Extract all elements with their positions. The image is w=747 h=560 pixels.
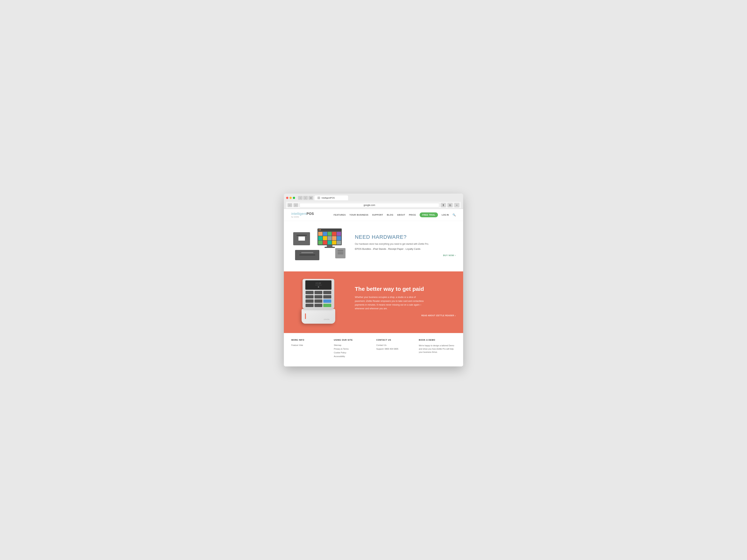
browser-chrome: ‹ › ⊡ IntelligentPOS ‹ › ⬆ ⧉ + (284, 193, 463, 209)
forward-btn-2[interactable]: › (293, 203, 298, 207)
hardware-description: Our hardware store has everything you ne… (355, 242, 456, 246)
nav-blog[interactable]: BLOG (387, 214, 393, 216)
reader-keypad-unit: £ 0.00 contactless ◉ (303, 279, 334, 309)
monitor-device (317, 229, 342, 247)
buy-now-link[interactable]: BUY NOW › (443, 254, 456, 257)
minimize-button[interactable] (289, 197, 292, 199)
duplicate-button[interactable]: ⧉ (447, 203, 453, 207)
reader-title: The better way to get paid (355, 286, 456, 292)
footer-support-number: Support: 0800 404 5805 (376, 348, 413, 350)
footer-contact: CONTACT US Contact Us Support: 0800 404 … (376, 339, 413, 359)
nav-buttons: ‹ › ⊡ (298, 196, 313, 200)
reader-content: The better way to get paid Whether your … (355, 286, 456, 317)
nav-features[interactable]: FEATURES (334, 214, 346, 216)
footer-contact-us[interactable]: Contact Us (376, 344, 413, 346)
browser-window: ‹ › ⊡ IntelligentPOS ‹ › ⬆ ⧉ + (284, 193, 463, 367)
tab-favicon (317, 196, 320, 199)
logo[interactable]: intelligentPOS by iZettle (291, 212, 314, 218)
window-controls (286, 197, 295, 199)
hardware-devices-illustration (293, 229, 345, 262)
address-bar[interactable] (300, 203, 439, 207)
hardware-title: NEED HARDWARE? (355, 234, 456, 240)
izettle-reader-illustration: iZettle £ 0.00 contactless ◉ (300, 279, 339, 324)
footer-grid: MORE INFO Feature Vote USING OUR SITE Si… (291, 339, 456, 359)
logo-intelligent: intelligent (291, 212, 307, 216)
read-more-chevron: › (455, 314, 456, 317)
footer-feature-vote[interactable]: Feature Vote (291, 344, 328, 346)
buy-now-label: BUY NOW (443, 254, 454, 257)
address-bar-row: ‹ › ⬆ ⧉ + (286, 202, 461, 209)
buy-now-chevron: › (455, 254, 456, 257)
hardware-content: NEED HARDWARE? Our hardware store has ev… (355, 234, 456, 257)
nav-about[interactable]: ABOUT (397, 214, 405, 216)
reader-view-button[interactable]: ⊡ (309, 196, 313, 200)
footer-using-our-site: USING OUR SITE Sitemap Privacy & Terms C… (334, 339, 371, 359)
hardware-image (291, 229, 347, 262)
footer-more-info: MORE INFO Feature Vote (291, 339, 328, 359)
back-button[interactable]: ‹ (298, 196, 303, 200)
footer-col1-title: MORE INFO (291, 339, 328, 341)
site-footer: MORE INFO Feature Vote USING OUR SITE Si… (284, 333, 463, 367)
footer-sitemap[interactable]: Sitemap (334, 344, 371, 346)
logo-sub: by iZettle (291, 216, 314, 218)
reader-description: Whether your business occupies a shop, a… (355, 295, 426, 311)
logo-pos: POS (307, 212, 314, 216)
footer-demo-text: We're happy to design a tailored Demo an… (419, 344, 456, 354)
footer-col3-title: CONTACT US (376, 339, 413, 341)
titlebar: ‹ › ⊡ IntelligentPOS (286, 195, 461, 200)
footer-col2-title: USING OUR SITE (334, 339, 371, 341)
active-tab[interactable]: IntelligentPOS (314, 195, 348, 200)
hardware-items: EPOS Bundles . iPad Stands . Receipt Pap… (355, 247, 456, 250)
tab-bar: IntelligentPOS (314, 195, 348, 200)
add-tab-button[interactable]: + (454, 203, 459, 207)
hardware-section: NEED HARDWARE? Our hardware store has ev… (284, 221, 463, 271)
footer-privacy-terms[interactable]: Privacy & Terms (334, 348, 371, 350)
search-icon[interactable]: 🔍 (453, 213, 456, 216)
website-content: intelligentPOS by iZettle FEATURES YOUR … (284, 209, 463, 367)
card-reader-small (335, 248, 345, 258)
logo-text: intelligentPOS (291, 212, 314, 216)
tab-label: IntelligentPOS (321, 197, 335, 199)
footer-accessibility[interactable]: Accessibility (334, 355, 371, 357)
nav-price[interactable]: PRICE (409, 214, 416, 216)
site-header: intelligentPOS by iZettle FEATURES YOUR … (284, 209, 463, 221)
login-button[interactable]: LOG IN (442, 214, 449, 216)
footer-col4-title: BOOK A DEMO (419, 339, 456, 341)
printer-device (293, 232, 310, 245)
site-nav: FEATURES YOUR BUSINESS SUPPORT BLOG ABOU… (334, 212, 456, 217)
reader-dock: iZettle (302, 309, 335, 324)
reader-section: iZettle £ 0.00 contactless ◉ (284, 271, 463, 333)
cash-drawer-device (295, 250, 319, 260)
footer-book-demo: BOOK A DEMO We're happy to design a tail… (419, 339, 456, 359)
read-more-link[interactable]: READ ABOUT IZETTLE READER › (421, 314, 456, 317)
nav-your-business[interactable]: YOUR BUSINESS (350, 214, 368, 216)
close-button[interactable] (286, 197, 288, 199)
forward-button[interactable]: › (303, 196, 308, 200)
maximize-button[interactable] (293, 197, 295, 199)
read-more-label: READ ABOUT IZETTLE READER (421, 315, 454, 317)
footer-cookie-policy[interactable]: Cookie Policy (334, 351, 371, 354)
reader-image-area: iZettle £ 0.00 contactless ◉ (291, 279, 347, 324)
back-btn-2[interactable]: ‹ (288, 203, 292, 207)
nav-support[interactable]: SUPPORT (372, 214, 383, 216)
share-button[interactable]: ⬆ (441, 203, 446, 207)
free-trial-button[interactable]: FREE TRIAL (420, 212, 438, 217)
